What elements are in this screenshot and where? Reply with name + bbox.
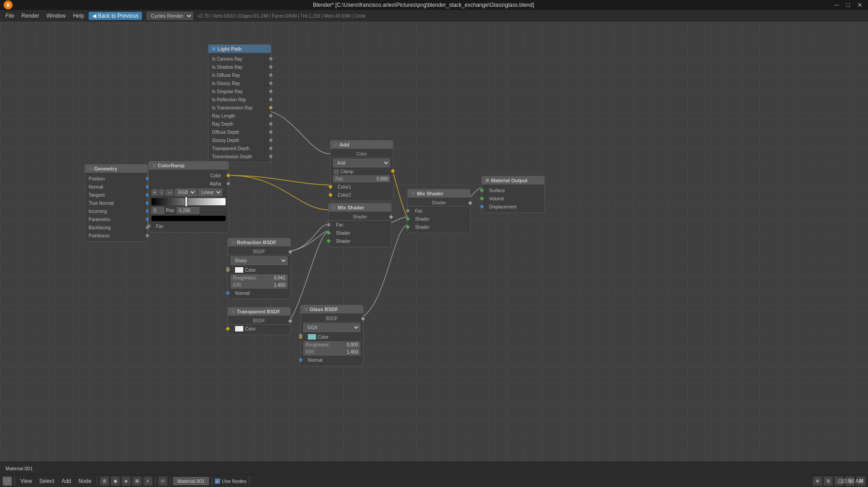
title-controls[interactable]: ─ □ ✕: [833, 1, 864, 9]
node-add-dropdown[interactable]: Add: [333, 159, 390, 167]
use-nodes-container: ✓ Use Nodes: [215, 478, 246, 484]
lp-row-raydepth: Ray Depth: [208, 120, 271, 128]
refraction-ior-value: 1.450: [274, 283, 285, 288]
zoom-icon[interactable]: ⊞: [824, 477, 833, 486]
lp-row-camera: Is Camera Ray: [208, 55, 271, 63]
node-add-clamp-label: Clamp: [340, 169, 354, 174]
mix-shader-right-fac: Fac: [408, 207, 470, 215]
lp-row-transmission: Is Transmission Ray: [208, 104, 271, 112]
tool-icon-5[interactable]: ≡: [143, 477, 152, 486]
glass-ior-value: 1.450: [347, 350, 358, 355]
material-status: Material.001: [5, 466, 33, 471]
pivot-icon[interactable]: ⊙: [158, 477, 167, 486]
lp-row-transmissiondepth: Transmission Depth: [208, 152, 271, 161]
node-add-clamp-row: Clamp: [330, 168, 393, 175]
mix-shader-right-shader2: Shader: [408, 223, 470, 231]
colorramp-pos-input[interactable]: [177, 207, 199, 214]
title-bar: B Blender* [C:\Users\francisco.arleo\Pic…: [0, 0, 868, 10]
refraction-subheader: BSDF: [228, 248, 290, 255]
lp-row-reflection: Is Reflection Ray: [208, 95, 271, 104]
node-add-fac-value: 0.500: [377, 176, 388, 181]
minimize-button[interactable]: ─: [833, 1, 841, 9]
tool-icon-1[interactable]: ⊞: [100, 477, 109, 486]
node-transparent-bsdf[interactable]: Transparent BSDF BSDF Color: [227, 307, 291, 335]
node-mix-shader-right[interactable]: Mix Shader Shader Fac Shader Shader: [407, 189, 471, 233]
glass-roughness-field[interactable]: Roughness: 0.000: [303, 341, 360, 348]
refraction-color: Color: [228, 266, 290, 274]
menu-add[interactable]: Add: [59, 477, 74, 485]
node-add-fac-label: Fac:: [335, 176, 377, 181]
node-geometry[interactable]: Geometry Position Normal Tangent True No…: [85, 164, 148, 242]
node-editor-canvas[interactable]: Light Path Is Camera Ray Is Shadow Ray I…: [0, 22, 868, 461]
node-light-path-header: Light Path: [208, 45, 271, 53]
render-engine-select[interactable]: Cycles Render: [146, 12, 193, 20]
geo-row-truenormal: True Normal: [85, 199, 147, 207]
node-geometry-header: Geometry: [85, 165, 147, 173]
refraction-ior-field[interactable]: IOR: 1.450: [231, 282, 288, 288]
colorramp-remove-btn[interactable]: -: [159, 189, 164, 195]
node-mix-shader-top[interactable]: Mix Shader Shader Fac Shader Shader: [328, 203, 392, 247]
colorramp-add-btn[interactable]: +: [151, 189, 158, 195]
lp-row-shadow: Is Shadow Ray: [208, 63, 271, 71]
node-mix-shader-right-header: Mix Shader: [408, 189, 470, 198]
colorramp-interpolation-select[interactable]: Linear: [198, 189, 222, 196]
menu-help[interactable]: Help: [70, 12, 87, 20]
colorramp-handle[interactable]: [185, 197, 188, 207]
menu-node[interactable]: Node: [76, 477, 94, 485]
node-refraction-header: Refraction BSDF: [228, 238, 290, 246]
refraction-roughness-field[interactable]: Roughness: 0.042: [231, 274, 288, 281]
node-refraction-bsdf[interactable]: Refraction BSDF BSDF Sharp Color Roughne…: [227, 238, 291, 299]
node-add[interactable]: Add Color Add Clamp Fac: 0.500 Color1 C: [330, 140, 393, 201]
glass-dropdown[interactable]: GGX: [303, 323, 360, 332]
toolbar-sep-4: [170, 477, 170, 485]
cr-row-alpha: Alpha: [149, 180, 228, 188]
lp-row-raylength: Ray Length: [208, 112, 271, 120]
menu-render[interactable]: Render: [19, 12, 42, 20]
colorramp-swatch[interactable]: [151, 216, 226, 221]
version-info: v2.79 | Verts:0/610 | Edges:0/1,248 | Fa…: [198, 14, 365, 19]
glass-roughness-value: 0.000: [347, 342, 358, 347]
node-add-color1: Color1: [330, 183, 393, 191]
glass-roughness-label: Roughness:: [306, 342, 347, 347]
tool-icon-3[interactable]: ◈: [122, 477, 131, 486]
node-glass-bsdf[interactable]: Glass BSDF BSDF GGX Color Roughness: 0.0…: [300, 305, 363, 366]
refraction-normal: Normal: [228, 289, 290, 297]
back-to-previous-button[interactable]: ◀ Back to Previous: [89, 12, 142, 20]
mo-row-displacement: Displacement: [482, 203, 544, 211]
node-colorramp[interactable]: ColorRamp Color Alpha + - ↔ RGB Linear: [148, 161, 229, 232]
glass-normal: Normal: [301, 356, 363, 364]
node-material-output[interactable]: Material Output Surface Volume Displacem…: [481, 176, 545, 213]
glass-ior-label: IOR:: [306, 350, 347, 355]
maximize-button[interactable]: □: [844, 1, 852, 9]
toolbar-sep-3: [155, 477, 156, 485]
colorramp-flip-btn[interactable]: ↔: [165, 189, 174, 195]
node-add-clamp-checkbox[interactable]: [334, 170, 339, 174]
colorramp-gradient[interactable]: [151, 198, 226, 205]
glass-subheader: BSDF: [301, 315, 363, 322]
toolbar-sep-2: [97, 477, 97, 485]
use-nodes-checkbox[interactable]: ✓: [215, 478, 220, 484]
geo-row-tangent: Tangent: [85, 191, 147, 199]
refraction-dropdown[interactable]: Sharp: [231, 256, 288, 265]
colorramp-index-input[interactable]: [151, 207, 164, 214]
colorramp-mode-select[interactable]: RGB: [175, 189, 197, 196]
geo-row-parametric: Parametric: [85, 215, 147, 223]
tool-icon-4[interactable]: ⊠: [132, 477, 142, 486]
lp-row-diffusedepth: Diffuse Depth: [208, 128, 271, 136]
refraction-roughness-label: Roughness:: [233, 275, 274, 280]
glass-ior-field[interactable]: IOR: 1.450: [303, 349, 360, 355]
refraction-ior-label: IOR:: [233, 283, 274, 288]
close-button[interactable]: ✕: [855, 1, 864, 9]
snap-icon[interactable]: ⊕: [813, 477, 822, 486]
lp-row-glossy: Is Glossy Ray: [208, 79, 271, 87]
cr-row-color: Color: [149, 171, 228, 180]
node-add-fac-field[interactable]: Fac: 0.500: [333, 175, 390, 182]
node-glass-header: Glass BSDF: [301, 305, 363, 313]
tool-icon-2[interactable]: ◉: [111, 477, 120, 486]
menu-window[interactable]: Window: [44, 12, 69, 20]
node-light-path[interactable]: Light Path Is Camera Ray Is Shadow Ray I…: [208, 44, 271, 163]
material-selector[interactable]: Material.001: [173, 477, 209, 485]
mix-shader-top-fac: Fac: [329, 221, 391, 229]
toolbar-sep-6: [249, 477, 250, 485]
menu-file[interactable]: File: [3, 12, 17, 20]
